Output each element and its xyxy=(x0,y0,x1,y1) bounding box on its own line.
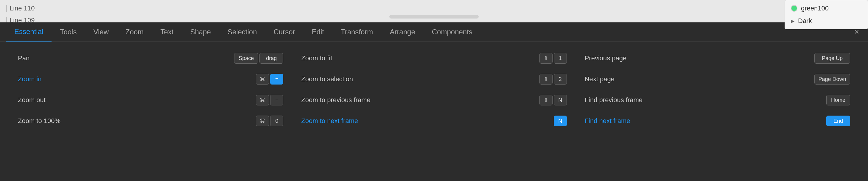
keys-group: N xyxy=(554,115,567,126)
tab-tools[interactable]: Tools xyxy=(52,22,85,42)
shortcuts-panel: Essential Tools View Zoom Text Shape Sel… xyxy=(0,22,868,181)
shortcut-label: Zoom in xyxy=(18,75,41,83)
key-cmd: ⌘ xyxy=(256,95,269,105)
key-cmd: ⌘ xyxy=(256,74,269,84)
shortcut-column-1: Pan Space drag Zoom in ⌘ = Zoom out ⌘ − xyxy=(9,48,292,131)
key-shift: ⇧ xyxy=(539,74,553,84)
shortcut-next-page: Next page Page Down xyxy=(585,72,850,87)
key-equals: = xyxy=(270,74,283,84)
shortcut-column-3: Previous page Page Up Next page Page Dow… xyxy=(576,48,859,131)
key-cmd: ⌘ xyxy=(256,115,269,126)
shortcut-zoom-out: Zoom out ⌘ − xyxy=(18,93,283,107)
shortcut-zoom-in: Zoom in ⌘ = xyxy=(18,72,283,87)
key-n-blue: N xyxy=(554,115,567,126)
tab-transform[interactable]: Transform xyxy=(333,22,381,42)
shortcut-label: Zoom to selection xyxy=(301,75,353,83)
tab-shape[interactable]: Shape xyxy=(182,22,219,42)
key-pagedown: Page Down xyxy=(814,74,850,84)
dropdown-item-green100[interactable]: green100 xyxy=(785,2,868,15)
shortcut-label: Zoom to fit xyxy=(301,54,332,62)
line-separator xyxy=(6,5,6,11)
tab-cursor[interactable]: Cursor xyxy=(266,22,304,42)
chevron-right-icon: ▶ xyxy=(791,18,795,24)
editor-area: Line 110 Line 109 xyxy=(0,0,868,22)
dropdown-item-label: Dark xyxy=(798,17,812,25)
key-home: Home xyxy=(826,95,850,105)
shortcuts-content: Pan Space drag Zoom in ⌘ = Zoom out ⌘ − xyxy=(0,42,868,181)
key-n: N xyxy=(554,95,567,105)
shortcut-zoom-fit: Zoom to fit ⇧ 1 xyxy=(301,51,566,66)
keys-group: Home xyxy=(826,95,850,105)
scrollbar[interactable] xyxy=(389,15,479,19)
shortcut-label: Zoom to previous frame xyxy=(301,96,370,104)
keys-group: ⌘ − xyxy=(256,95,283,105)
keys-group: Page Up xyxy=(814,53,850,63)
keys-group: ⇧ 1 xyxy=(539,53,567,63)
keys-group: ⇧ N xyxy=(539,95,567,105)
tab-edit[interactable]: Edit xyxy=(304,22,333,42)
tab-essential[interactable]: Essential xyxy=(6,22,52,42)
key-1: 1 xyxy=(554,53,567,63)
shortcut-zoom-100: Zoom to 100% ⌘ 0 xyxy=(18,113,283,128)
tab-arrange[interactable]: Arrange xyxy=(381,22,423,42)
shortcut-label: Zoom out xyxy=(18,96,45,104)
key-2: 2 xyxy=(554,74,567,84)
tab-bar: Essential Tools View Zoom Text Shape Sel… xyxy=(0,22,868,42)
key-shift: ⇧ xyxy=(539,95,553,105)
dropdown-item-label: green100 xyxy=(801,4,829,12)
color-swatch xyxy=(791,5,797,11)
keys-group: ⇧ 2 xyxy=(539,74,567,84)
key-end-blue: End xyxy=(826,115,850,126)
keys-group: ⌘ 0 xyxy=(256,115,283,126)
shortcut-zoom-selection: Zoom to selection ⇧ 2 xyxy=(301,72,566,87)
tab-zoom[interactable]: Zoom xyxy=(117,22,152,42)
shortcut-label: Previous page xyxy=(585,54,627,62)
line-label: Line 110 xyxy=(9,4,35,12)
key-pageup: Page Up xyxy=(814,53,850,63)
tab-view[interactable]: View xyxy=(85,22,117,42)
dropdown-menu: green100 ▶ Dark xyxy=(784,0,868,29)
shortcut-zoom-next-frame: Zoom to next frame N xyxy=(301,113,566,128)
keys-group: End xyxy=(826,115,850,126)
key-zero: 0 xyxy=(270,115,283,126)
shortcut-find-next-frame: Find next frame End xyxy=(585,113,850,128)
shortcut-label: Find previous frame xyxy=(585,96,643,104)
shortcut-label: Find next frame xyxy=(585,117,630,125)
key-drag: drag xyxy=(259,53,283,63)
tab-selection[interactable]: Selection xyxy=(219,22,266,42)
shortcut-label: Next page xyxy=(585,75,615,83)
key-space: Space xyxy=(234,53,258,63)
shortcut-find-prev-frame: Find previous frame Home xyxy=(585,93,850,107)
shortcut-label: Pan xyxy=(18,54,30,62)
keys-group: Space drag xyxy=(234,53,283,63)
dropdown-item-dark[interactable]: ▶ Dark xyxy=(785,15,868,27)
key-shift: ⇧ xyxy=(539,53,553,63)
tab-text[interactable]: Text xyxy=(152,22,182,42)
shortcut-label: Zoom to 100% xyxy=(18,117,60,125)
list-item: Line 110 xyxy=(0,4,35,12)
shortcut-prev-page: Previous page Page Up xyxy=(585,51,850,66)
keys-group: ⌘ = xyxy=(256,74,283,84)
tab-components[interactable]: Components xyxy=(424,22,481,42)
key-minus: − xyxy=(270,95,283,105)
shortcut-zoom-prev-frame: Zoom to previous frame ⇧ N xyxy=(301,93,566,107)
shortcut-pan: Pan Space drag xyxy=(18,51,283,66)
keys-group: Page Down xyxy=(814,74,850,84)
shortcut-column-2: Zoom to fit ⇧ 1 Zoom to selection ⇧ 2 Zo… xyxy=(292,48,576,131)
shortcut-label: Zoom to next frame xyxy=(301,117,358,125)
